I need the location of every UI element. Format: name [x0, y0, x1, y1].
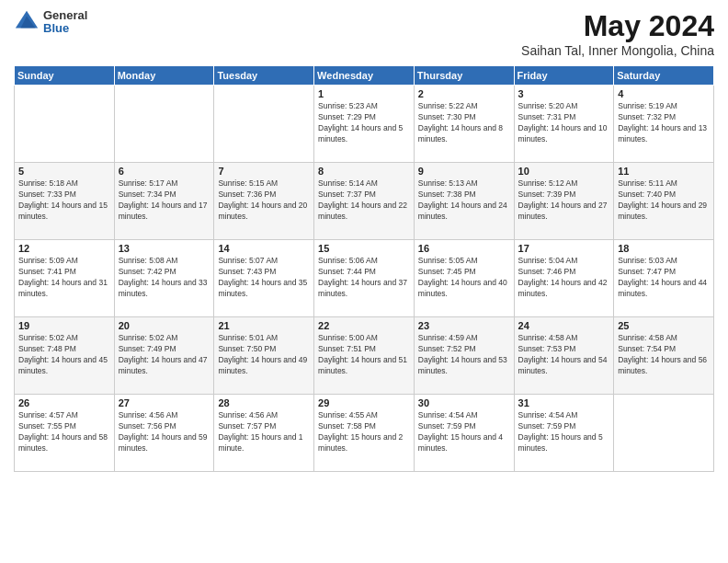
day-number: 29 — [318, 397, 410, 408]
calendar-header: SundayMondayTuesdayWednesdayThursdayFrid… — [15, 66, 714, 86]
day-number: 2 — [418, 88, 510, 99]
day-number: 4 — [618, 88, 710, 99]
day-number: 12 — [18, 243, 110, 254]
title-block: May 2024 Saihan Tal, Inner Mongolia, Chi… — [521, 9, 714, 58]
day-info: Sunrise: 5:01 AMSunset: 7:50 PMDaylight:… — [218, 333, 310, 377]
logo-icon — [14, 9, 40, 35]
day-cell: 16Sunrise: 5:05 AMSunset: 7:45 PMDayligh… — [414, 240, 514, 317]
day-info: Sunrise: 5:04 AMSunset: 7:46 PMDaylight:… — [518, 256, 610, 300]
day-cell: 4Sunrise: 5:19 AMSunset: 7:32 PMDaylight… — [614, 86, 714, 163]
day-info: Sunrise: 5:19 AMSunset: 7:32 PMDaylight:… — [618, 101, 710, 145]
day-number: 19 — [18, 320, 110, 331]
day-info: Sunrise: 5:18 AMSunset: 7:33 PMDaylight:… — [18, 178, 110, 223]
header-cell-sunday: Sunday — [15, 66, 115, 86]
day-number: 11 — [618, 166, 710, 177]
day-number: 8 — [318, 166, 410, 177]
day-cell: 8Sunrise: 5:14 AMSunset: 7:37 PMDaylight… — [314, 163, 415, 240]
day-info: Sunrise: 4:58 AMSunset: 7:53 PMDaylight:… — [518, 333, 610, 377]
day-info: Sunrise: 5:08 AMSunset: 7:42 PMDaylight:… — [119, 256, 210, 300]
day-number: 13 — [119, 243, 210, 254]
day-number: 21 — [218, 320, 310, 331]
day-cell: 3Sunrise: 5:20 AMSunset: 7:31 PMDaylight… — [514, 86, 614, 163]
day-info: Sunrise: 5:02 AMSunset: 7:48 PMDaylight:… — [18, 333, 110, 377]
day-number: 17 — [518, 243, 610, 254]
day-cell: 21Sunrise: 5:01 AMSunset: 7:50 PMDayligh… — [214, 317, 314, 395]
day-info: Sunrise: 5:17 AMSunset: 7:34 PMDaylight:… — [119, 178, 210, 223]
day-info: Sunrise: 5:07 AMSunset: 7:43 PMDaylight:… — [218, 256, 310, 300]
day-info: Sunrise: 4:57 AMSunset: 7:55 PMDaylight:… — [18, 410, 110, 454]
day-cell: 27Sunrise: 4:56 AMSunset: 7:56 PMDayligh… — [114, 395, 214, 472]
day-number: 25 — [618, 320, 710, 331]
day-number: 31 — [518, 397, 610, 408]
day-number: 26 — [18, 397, 110, 408]
day-number: 5 — [18, 166, 110, 177]
day-number: 27 — [119, 397, 210, 408]
main-title: May 2024 — [521, 9, 714, 43]
day-cell: 1Sunrise: 5:23 AMSunset: 7:29 PMDaylight… — [314, 86, 415, 163]
day-cell: 5Sunrise: 5:18 AMSunset: 7:33 PMDaylight… — [15, 163, 115, 240]
day-cell: 23Sunrise: 4:59 AMSunset: 7:52 PMDayligh… — [414, 317, 514, 395]
day-info: Sunrise: 5:14 AMSunset: 7:37 PMDaylight:… — [318, 178, 410, 223]
logo: General Blue — [14, 9, 87, 36]
day-info: Sunrise: 5:13 AMSunset: 7:38 PMDaylight:… — [418, 178, 510, 223]
header-cell-wednesday: Wednesday — [314, 66, 415, 86]
day-cell: 15Sunrise: 5:06 AMSunset: 7:44 PMDayligh… — [314, 240, 415, 317]
day-number: 9 — [418, 166, 510, 177]
day-cell: 20Sunrise: 5:02 AMSunset: 7:49 PMDayligh… — [114, 317, 214, 395]
day-cell: 30Sunrise: 4:54 AMSunset: 7:59 PMDayligh… — [414, 395, 514, 472]
day-info: Sunrise: 5:03 AMSunset: 7:47 PMDaylight:… — [618, 256, 710, 300]
day-number: 22 — [318, 320, 410, 331]
week-row-3: 12Sunrise: 5:09 AMSunset: 7:41 PMDayligh… — [15, 240, 714, 317]
day-info: Sunrise: 5:20 AMSunset: 7:31 PMDaylight:… — [518, 101, 610, 145]
logo-blue-text: Blue — [43, 22, 87, 35]
day-cell: 12Sunrise: 5:09 AMSunset: 7:41 PMDayligh… — [15, 240, 115, 317]
day-cell: 26Sunrise: 4:57 AMSunset: 7:55 PMDayligh… — [15, 395, 115, 472]
week-row-1: 1Sunrise: 5:23 AMSunset: 7:29 PMDaylight… — [15, 86, 714, 163]
header-cell-tuesday: Tuesday — [214, 66, 314, 86]
day-info: Sunrise: 5:06 AMSunset: 7:44 PMDaylight:… — [318, 256, 410, 300]
day-info: Sunrise: 4:59 AMSunset: 7:52 PMDaylight:… — [418, 333, 510, 377]
day-info: Sunrise: 5:12 AMSunset: 7:39 PMDaylight:… — [518, 178, 610, 223]
day-cell: 17Sunrise: 5:04 AMSunset: 7:46 PMDayligh… — [514, 240, 614, 317]
day-info: Sunrise: 4:56 AMSunset: 7:57 PMDaylight:… — [218, 410, 310, 454]
day-number: 15 — [318, 243, 410, 254]
week-row-2: 5Sunrise: 5:18 AMSunset: 7:33 PMDaylight… — [15, 163, 714, 240]
page: General Blue May 2024 Saihan Tal, Inner … — [0, 0, 728, 563]
day-cell: 28Sunrise: 4:56 AMSunset: 7:57 PMDayligh… — [214, 395, 314, 472]
day-cell: 31Sunrise: 4:54 AMSunset: 7:59 PMDayligh… — [514, 395, 614, 472]
day-info: Sunrise: 5:05 AMSunset: 7:45 PMDaylight:… — [418, 256, 510, 300]
header-row: SundayMondayTuesdayWednesdayThursdayFrid… — [15, 66, 714, 86]
day-cell: 25Sunrise: 4:58 AMSunset: 7:54 PMDayligh… — [614, 317, 714, 395]
week-row-4: 19Sunrise: 5:02 AMSunset: 7:48 PMDayligh… — [15, 317, 714, 395]
day-number: 30 — [418, 397, 510, 408]
header-cell-thursday: Thursday — [414, 66, 514, 86]
day-cell: 29Sunrise: 4:55 AMSunset: 7:58 PMDayligh… — [314, 395, 415, 472]
day-cell: 13Sunrise: 5:08 AMSunset: 7:42 PMDayligh… — [114, 240, 214, 317]
day-info: Sunrise: 5:09 AMSunset: 7:41 PMDaylight:… — [18, 256, 110, 300]
logo-text: General Blue — [43, 9, 87, 36]
day-cell: 24Sunrise: 4:58 AMSunset: 7:53 PMDayligh… — [514, 317, 614, 395]
week-row-5: 26Sunrise: 4:57 AMSunset: 7:55 PMDayligh… — [15, 395, 714, 472]
day-info: Sunrise: 4:54 AMSunset: 7:59 PMDaylight:… — [518, 410, 610, 454]
day-info: Sunrise: 5:00 AMSunset: 7:51 PMDaylight:… — [318, 333, 410, 377]
day-number: 24 — [518, 320, 610, 331]
day-info: Sunrise: 5:11 AMSunset: 7:40 PMDaylight:… — [618, 178, 710, 223]
day-cell: 9Sunrise: 5:13 AMSunset: 7:38 PMDaylight… — [414, 163, 514, 240]
day-number: 14 — [218, 243, 310, 254]
day-number: 3 — [518, 88, 610, 99]
header-cell-saturday: Saturday — [614, 66, 714, 86]
calendar-body: 1Sunrise: 5:23 AMSunset: 7:29 PMDaylight… — [15, 86, 714, 472]
day-info: Sunrise: 5:15 AMSunset: 7:36 PMDaylight:… — [218, 178, 310, 223]
day-number: 6 — [119, 166, 210, 177]
day-cell: 11Sunrise: 5:11 AMSunset: 7:40 PMDayligh… — [614, 163, 714, 240]
day-info: Sunrise: 4:58 AMSunset: 7:54 PMDaylight:… — [618, 333, 710, 377]
day-cell: 6Sunrise: 5:17 AMSunset: 7:34 PMDaylight… — [114, 163, 214, 240]
day-info: Sunrise: 5:22 AMSunset: 7:30 PMDaylight:… — [418, 101, 510, 145]
header-cell-monday: Monday — [114, 66, 214, 86]
day-cell: 2Sunrise: 5:22 AMSunset: 7:30 PMDaylight… — [414, 86, 514, 163]
day-number: 23 — [418, 320, 510, 331]
day-cell: 18Sunrise: 5:03 AMSunset: 7:47 PMDayligh… — [614, 240, 714, 317]
day-cell: 7Sunrise: 5:15 AMSunset: 7:36 PMDaylight… — [214, 163, 314, 240]
subtitle: Saihan Tal, Inner Mongolia, China — [521, 43, 714, 58]
day-cell — [15, 86, 115, 163]
